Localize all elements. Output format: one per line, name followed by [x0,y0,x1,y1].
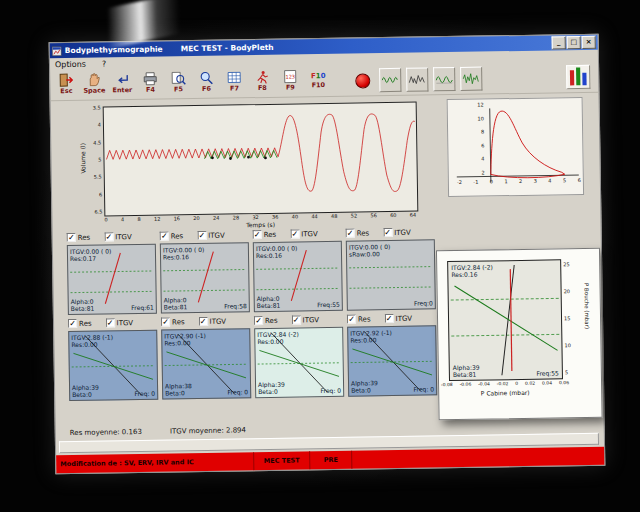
menu-help[interactable]: ? [102,59,106,68]
close-button[interactable]: × [582,36,596,49]
itgv-checkbox[interactable]: ✓ [290,229,299,238]
itgv-checkbox-label: ITGV [209,317,226,325]
measure-panel[interactable]: ITGV:0.00 ( 0) sRaw:0.00 Freq:0 [346,239,436,310]
row2-panels: ITGV:2.88 (-1) Res:0.00 Alpha:39 Beta:0 … [68,325,437,401]
tick-label: 0 [104,216,107,222]
tick-label: 6 [481,142,484,148]
res-checkbox[interactable]: ✓ [68,319,77,328]
detail-x-axis-label: P Cabine (mbar) [449,388,561,397]
res-checkbox[interactable]: ✓ [253,230,262,239]
res-mean-value: Res moyenne: 0.163 [70,428,142,437]
tick-label: 60 [390,212,396,218]
zoom-doc-button[interactable]: F5 [164,69,192,100]
waveform-mode-4-button[interactable] [460,67,482,91]
status-phase: PRE [310,451,352,470]
itgv-checkbox[interactable]: ✓ [104,232,113,241]
y-axis-ticks: 3.544.555.566.5 [85,105,103,215]
res-checkbox-label: Res [264,230,277,238]
f6-label: F6 [202,85,211,93]
tick-label: 40 [292,213,298,219]
f10-label: F10 [312,81,326,89]
f10-button[interactable]: F 1 0 F10 [304,67,332,98]
measure-panel[interactable]: ITGV:2.88 (-1) Res:0.00 Alpha:39 Beta:0 … [68,330,158,401]
waveform-mode-2-button[interactable] [406,67,428,91]
res-checkbox[interactable]: ✓ [254,316,263,325]
waveform-mode-1-button[interactable] [379,68,401,92]
res-checkbox-label: Res [78,233,91,241]
res-checkbox-label: Res [172,318,185,326]
itgv-checkbox-label: ITGV [395,314,412,322]
record-button[interactable] [350,66,374,95]
loop-y-ticks: 12108642 [472,102,485,176]
itgv-checkbox[interactable]: ✓ [106,318,115,327]
itgv-checkbox[interactable]: ✓ [198,317,207,326]
itgv-checkbox-label: ITGV [394,228,411,236]
tick-label: 4 [481,156,484,162]
res-checkbox[interactable]: ✓ [161,317,170,326]
itgv-checkbox[interactable]: ✓ [291,315,300,324]
tick-label: 6.5 [94,208,102,214]
detail-plot: ITGV:2.84 (-2) Res:0.16 Alpha:39 Beta:81… [447,259,563,381]
measure-panel[interactable]: ITGV:0.00 ( 0) Res:0.17 Alpha:0 Beta:81 … [67,244,157,315]
esc-button[interactable]: Esc [52,71,80,102]
tick-label: 0 [515,381,518,386]
grid-button[interactable]: F7 [220,68,248,99]
itgv-checkbox[interactable]: ✓ [384,314,393,323]
exit-door-icon [58,73,74,87]
maximize-button[interactable]: □ [567,36,581,49]
enter-button[interactable]: Enter [108,70,136,101]
tick-label: 0.02 [525,381,535,386]
tick-label: -2 [457,179,462,185]
status-filler [352,447,604,469]
print-button[interactable]: F4 [136,70,164,101]
tick-label: 20 [564,288,570,294]
tick-label: 4 [548,177,551,183]
measure-panel[interactable]: ITGV:2.90 (-1) Res:0.00 Alpha:38 Beta:0 … [161,328,251,399]
panel-beta-value: Beta:0 [72,391,92,398]
measure-panel[interactable]: ITGV:0.00 ( 0) Res:0.16 Alpha:0 Beta:81 … [253,241,343,312]
tick-label: 10 [477,115,483,121]
record-icon [355,73,370,88]
res-checkbox[interactable]: ✓ [160,231,169,240]
checkbox-cell: ✓ Res ✓ ITGV [347,313,436,323]
f10-icon: F 1 0 [311,71,326,81]
measure-panel[interactable]: ITGV:0.00 ( 0) Res:0.16 Alpha:0 Beta:81 … [160,242,250,313]
f5-label: F5 [174,85,183,93]
numeric-page-icon: 123 [282,69,298,83]
color-bars-button[interactable] [566,65,590,89]
measure-panel[interactable]: ITGV:2.92 (-1) Res:0.00 Alpha:39 Beta:0 … [347,325,437,396]
svg-text:123: 123 [285,73,295,79]
checkbox-cell: ✓ Res ✓ ITGV [253,229,342,239]
run-button[interactable]: F8 [248,68,276,99]
measure-panel-selected[interactable]: ITGV:2.84 (-2) Res:0.00 Alpha:39 Beta:0 … [254,327,344,398]
tick-label: 8 [137,216,140,222]
tick-label: 32 [252,214,258,220]
minimize-button[interactable]: _ [552,36,566,49]
tick-label: 3.5 [93,105,101,111]
res-checkbox[interactable]: ✓ [67,233,76,242]
menu-options[interactable]: Options [55,59,86,68]
panel-res-value: Res:0.00 [164,339,190,346]
panel-freq-value: Freq:0 [414,299,433,306]
tick-label: 12 [154,216,160,222]
tick-label: 1 [504,178,507,184]
itgv-checkbox[interactable]: ✓ [383,228,392,237]
res-checkbox[interactable]: ✓ [347,315,356,324]
pressure-loop-chart[interactable]: 12108642 -2-10123456 [447,97,585,197]
res-checkbox[interactable]: ✓ [346,229,355,238]
panel-res-value: Res:0.00 [257,338,283,345]
grid-icon [226,70,242,84]
f8-label: F8 [258,84,267,92]
detail-measurement-card[interactable]: ITGV:2.84 (-2) Res:0.16 Alpha:39 Beta:81… [436,248,603,421]
volume-trace-plot[interactable] [103,102,419,217]
zoom-button[interactable]: F6 [192,69,220,100]
magnifier-icon [198,71,214,85]
enter-arrow-icon [114,72,130,86]
tick-label: 6 [578,177,581,183]
itgv-checkbox[interactable]: ✓ [197,231,206,240]
space-button[interactable]: Space [80,70,108,101]
tick-label: 2 [519,178,522,184]
waveform-mode-3-button[interactable] [433,67,455,91]
values-button[interactable]: 123 F9 [276,67,304,98]
tick-label: 36 [272,214,278,220]
